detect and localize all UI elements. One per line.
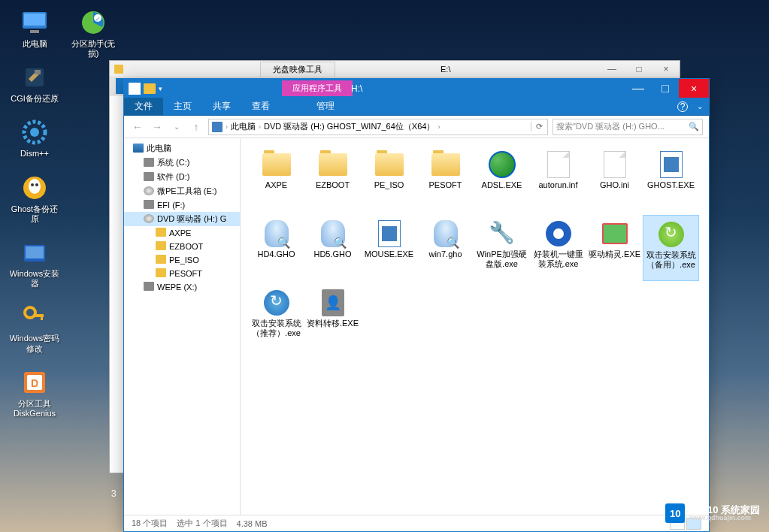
- file-label: 好装机一键重装系统.exe: [530, 249, 586, 268]
- desktop-icon-dism[interactable]: Dism++: [8, 117, 62, 159]
- file-item[interactable]: PE_ISO: [361, 146, 417, 212]
- tree-item[interactable]: 此电脑: [124, 141, 240, 156]
- file-white-icon: [599, 149, 631, 180]
- desktop-icon-cgi[interactable]: CGI备份还原: [8, 62, 62, 104]
- tree-item[interactable]: WEPE (X:): [124, 280, 240, 294]
- breadcrumb[interactable]: › 此电脑 › DVD 驱动器 (H:) GHOST_WIN7_64位（X64）…: [208, 119, 548, 135]
- file-tab[interactable]: 文件: [124, 98, 163, 116]
- contextual-tab: 应用程序工具: [282, 80, 353, 96]
- file-item[interactable]: AXPE: [248, 146, 304, 212]
- search-icon[interactable]: 🔍: [689, 122, 699, 131]
- svg-point-9: [31, 183, 34, 186]
- home-tab[interactable]: 主页: [163, 100, 202, 113]
- svg-point-10: [35, 183, 38, 186]
- recent-dropdown[interactable]: ⌄: [169, 119, 184, 135]
- desktop-icon-this-pc[interactable]: 此电脑: [8, 8, 62, 49]
- file-item[interactable]: 🔧WinPE加强硬盘版.exe: [474, 215, 530, 281]
- desktop-icon-password[interactable]: Windows密码修改: [8, 302, 62, 353]
- file-item[interactable]: autorun.inf: [530, 146, 586, 212]
- search-input[interactable]: 搜索"DVD 驱动器 (H:) GHO... 🔍: [553, 119, 703, 135]
- breadcrumb-drive[interactable]: DVD 驱动器 (H:) GHOST_WIN7_64位（X64）: [264, 121, 434, 132]
- svg-rect-12: [26, 246, 44, 258]
- drive-icon: [144, 282, 154, 291]
- file-item[interactable]: GHO.ini: [586, 146, 643, 212]
- file-label: 驱动精灵.EXE: [587, 249, 642, 259]
- file-item[interactable]: PESOFT: [417, 146, 474, 212]
- key-icon: [20, 302, 50, 332]
- desktop-icon-ghost[interactable]: Ghost备份还原: [8, 173, 62, 224]
- tree-item[interactable]: 微PE工具箱 (E:): [124, 184, 240, 198]
- disk-icon: D: [20, 367, 50, 397]
- file-item[interactable]: 好装机一键重装系统.exe: [530, 215, 586, 281]
- maximize-button[interactable]: □: [652, 79, 679, 98]
- content-area: 此电脑系统 (C:)软件 (D:)微PE工具箱 (E:)EFI (F:)DVD …: [124, 138, 709, 515]
- file-item[interactable]: EZBOOT: [304, 146, 361, 212]
- file-item[interactable]: ADSL.EXE: [474, 146, 530, 212]
- chevron-down-icon[interactable]: ▾: [159, 85, 162, 92]
- files-pane[interactable]: AXPEEZBOOTPE_ISOPESOFTADSL.EXEautorun.in…: [241, 138, 709, 515]
- gho-icon: [261, 218, 292, 249]
- bg-close[interactable]: ×: [652, 64, 680, 74]
- file-item[interactable]: 双击安装系统（备用）.exe: [643, 215, 699, 281]
- drive-icon: [144, 158, 154, 167]
- svg-rect-2: [30, 30, 39, 33]
- desktop-icons-col1: 此电脑 CGI备份还原 Dism++ Ghost备份还原 Windows安装器 …: [8, 8, 62, 419]
- forward-button[interactable]: →: [150, 119, 165, 135]
- tree-item[interactable]: EFI (F:): [124, 198, 240, 212]
- gho-icon: [317, 218, 349, 249]
- tree-item[interactable]: PE_ISO: [124, 253, 240, 267]
- selection-count: 选中 1 个项目: [177, 518, 227, 529]
- share-tab[interactable]: 共享: [202, 100, 241, 113]
- titlebar[interactable]: ▾ 应用程序工具 H:\ — □ ×: [124, 79, 709, 98]
- breadcrumb-sep[interactable]: ›: [437, 123, 440, 131]
- file-item[interactable]: 驱动精灵.EXE: [586, 215, 643, 281]
- install-icon: [655, 219, 687, 250]
- tree-item-label: PE_ISO: [169, 255, 199, 264]
- breadcrumb-root[interactable]: 此电脑: [231, 121, 256, 132]
- tree-item-label: AXPE: [169, 228, 191, 237]
- desktop-icon-wininstall[interactable]: Windows安装器: [8, 237, 62, 289]
- file-item[interactable]: 👤资料转移.EXE: [304, 284, 361, 350]
- tree-item[interactable]: DVD 驱动器 (H:) G: [124, 212, 240, 226]
- desktop-icon-diskgenius[interactable]: D 分区工具DiskGenius: [8, 367, 62, 419]
- file-label: 双击安装系统（推荐）.exe: [248, 319, 304, 337]
- bg-maximize[interactable]: □: [625, 64, 652, 74]
- file-item[interactable]: GHOST.EXE: [643, 146, 699, 212]
- bg-minimize[interactable]: —: [598, 64, 625, 74]
- navigation-bar: ← → ⌄ ↑ › 此电脑 › DVD 驱动器 (H:) GHOST_WIN7_…: [124, 116, 709, 138]
- folder-icon: [156, 268, 166, 277]
- status-bar: 18 个项目 选中 1 个项目 4.38 MB: [124, 515, 709, 531]
- tree-item[interactable]: 软件 (D:): [124, 170, 240, 184]
- breadcrumb-sep[interactable]: ›: [259, 123, 261, 131]
- pc-icon: [133, 144, 144, 153]
- tree-item[interactable]: 系统 (C:): [124, 156, 240, 170]
- desktop-icon-partition[interactable]: ✓ 分区助手(无损): [66, 8, 120, 59]
- close-button[interactable]: ×: [679, 79, 709, 98]
- tree-item-label: EFI (F:): [157, 201, 185, 210]
- item-count: 18 个项目: [132, 518, 168, 529]
- breadcrumb-sep[interactable]: ›: [226, 123, 228, 131]
- file-item[interactable]: win7.gho: [417, 215, 474, 281]
- file-item[interactable]: MOUSE.EXE: [361, 215, 417, 281]
- winpe-icon: 🔧: [486, 218, 518, 249]
- file-item[interactable]: HD4.GHO: [248, 215, 304, 281]
- tree-item[interactable]: EZBOOT: [124, 240, 240, 253]
- file-item[interactable]: 双击安装系统（推荐）.exe: [248, 284, 304, 350]
- title-path: H:\: [351, 83, 362, 94]
- up-button[interactable]: ↑: [189, 119, 204, 135]
- file-label: WinPE加强硬盘版.exe: [474, 249, 530, 268]
- refresh-button[interactable]: ⟳: [531, 122, 547, 131]
- file-item[interactable]: HD5.GHO: [304, 215, 361, 281]
- file-label: PESOFT: [427, 180, 463, 190]
- file-label: HD4.GHO: [256, 249, 296, 259]
- help-button[interactable]: ?: [677, 101, 688, 112]
- file-white-icon: [543, 149, 574, 180]
- tree-item[interactable]: PESOFT: [124, 267, 240, 280]
- back-button[interactable]: ←: [130, 119, 145, 135]
- manage-tab[interactable]: 管理: [306, 100, 345, 113]
- file-blue-icon: [655, 149, 687, 180]
- expand-ribbon[interactable]: ⌄: [697, 102, 703, 110]
- minimize-button[interactable]: —: [625, 79, 652, 98]
- tree-item[interactable]: AXPE: [124, 226, 240, 240]
- view-tab[interactable]: 查看: [241, 100, 280, 113]
